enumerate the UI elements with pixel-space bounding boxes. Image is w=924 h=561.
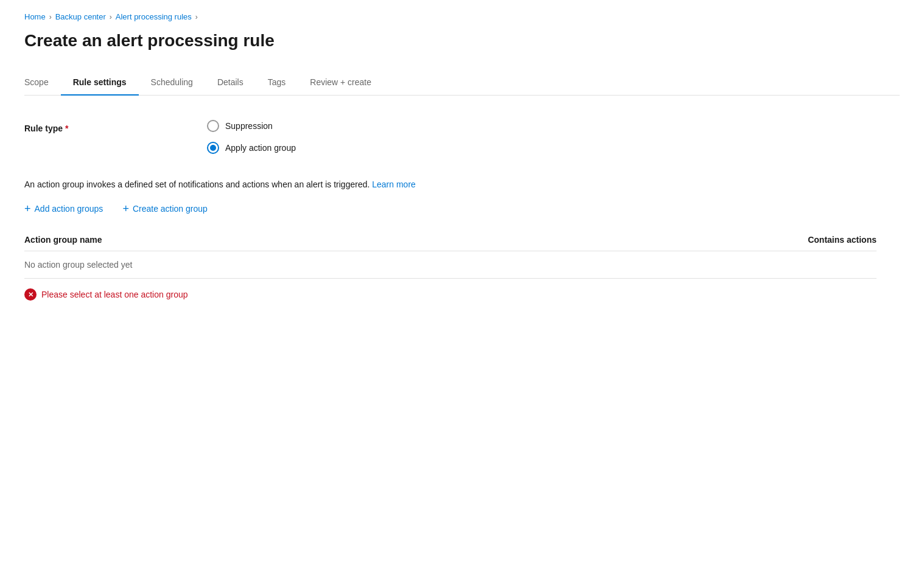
breadcrumb-sep-3: › bbox=[195, 13, 198, 21]
breadcrumb-backup-center[interactable]: Backup center bbox=[55, 12, 106, 21]
tab-scope[interactable]: Scope bbox=[24, 70, 61, 96]
radio-label-suppression: Suppression bbox=[225, 121, 273, 131]
radio-suppression[interactable]: Suppression bbox=[207, 120, 296, 132]
error-text: Please select at least one action group bbox=[41, 290, 188, 299]
radio-group: Suppression Apply action group bbox=[207, 120, 296, 154]
breadcrumb-sep-2: › bbox=[110, 13, 112, 21]
tab-details[interactable]: Details bbox=[205, 70, 256, 96]
action-buttons-row: + Add action groups + Create action grou… bbox=[24, 203, 877, 214]
create-action-group-icon: + bbox=[122, 203, 129, 214]
rule-type-label: Rule type * bbox=[24, 120, 207, 133]
tab-scheduling[interactable]: Scheduling bbox=[139, 70, 205, 96]
rule-type-row: Rule type * Suppression Apply action gro… bbox=[24, 120, 877, 154]
radio-circle-apply-action-group bbox=[207, 142, 219, 154]
required-star: * bbox=[65, 124, 68, 133]
page-title: Create an alert processing rule bbox=[24, 31, 900, 51]
table-header-actions: Contains actions bbox=[808, 235, 877, 245]
page-container: Home › Backup center › Alert processing … bbox=[0, 0, 924, 325]
table-header: Action group name Contains actions bbox=[24, 229, 877, 251]
error-message: Please select at least one action group bbox=[24, 288, 877, 301]
add-action-groups-button[interactable]: + Add action groups bbox=[24, 203, 103, 214]
table-header-name: Action group name bbox=[24, 235, 102, 245]
breadcrumb: Home › Backup center › Alert processing … bbox=[24, 12, 900, 21]
breadcrumb-home[interactable]: Home bbox=[24, 12, 46, 21]
tab-tags[interactable]: Tags bbox=[256, 70, 298, 96]
breadcrumb-alert-rules[interactable]: Alert processing rules bbox=[116, 12, 192, 21]
table-empty-row: No action group selected yet bbox=[24, 251, 877, 279]
learn-more-link[interactable]: Learn more bbox=[372, 179, 416, 189]
add-action-groups-label: Add action groups bbox=[35, 204, 103, 214]
tab-rule-settings[interactable]: Rule settings bbox=[61, 70, 139, 96]
error-icon bbox=[24, 288, 37, 301]
add-action-groups-icon: + bbox=[24, 203, 31, 214]
radio-label-apply-action-group: Apply action group bbox=[225, 143, 296, 153]
create-action-group-label: Create action group bbox=[133, 204, 208, 214]
table-empty-message: No action group selected yet bbox=[24, 260, 132, 270]
content-area: Rule type * Suppression Apply action gro… bbox=[24, 120, 877, 301]
radio-apply-action-group[interactable]: Apply action group bbox=[207, 142, 296, 154]
info-text: An action group invokes a defined set of… bbox=[24, 178, 877, 191]
tab-review-create[interactable]: Review + create bbox=[298, 70, 383, 96]
radio-circle-suppression bbox=[207, 120, 219, 132]
tabs-container: Scope Rule settings Scheduling Details T… bbox=[24, 70, 900, 96]
breadcrumb-sep-1: › bbox=[49, 13, 52, 21]
create-action-group-button[interactable]: + Create action group bbox=[122, 203, 207, 214]
